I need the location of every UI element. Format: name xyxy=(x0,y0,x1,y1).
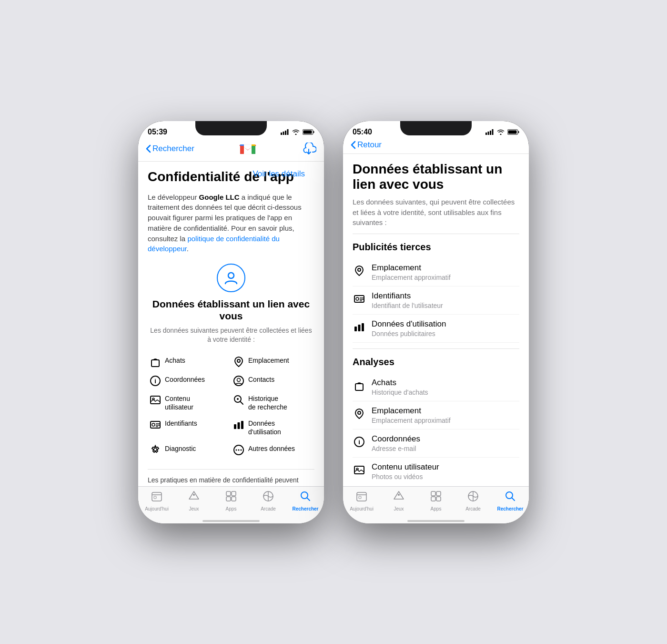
arcade-icon-1 xyxy=(263,491,274,505)
tab-apps-2[interactable]: Apps xyxy=(417,491,455,511)
voir-details-button[interactable]: Voir les détails xyxy=(253,169,305,179)
svg-rect-33 xyxy=(234,424,236,429)
svg-rect-43 xyxy=(154,496,156,499)
svg-rect-35 xyxy=(241,421,243,429)
chevron-left-icon xyxy=(146,144,151,153)
data-item-historique: Historiquede recherche xyxy=(231,390,314,415)
tab-jeux-2[interactable]: Jeux xyxy=(380,491,417,511)
svg-text:i: i xyxy=(154,378,156,385)
tab-label-search-1: Rechercher xyxy=(292,506,318,511)
back-button-2[interactable]: Retour xyxy=(351,140,382,150)
description-text-1: Le développeur Google LLC a indiqué que … xyxy=(148,192,314,255)
battery-icon xyxy=(303,129,314,135)
svg-point-23 xyxy=(237,378,241,381)
status-icons-2 xyxy=(485,129,519,135)
bag-icon-2 xyxy=(353,379,366,392)
wifi-icon-2 xyxy=(497,129,505,135)
gear-icon xyxy=(150,444,161,456)
svg-rect-5 xyxy=(313,131,314,133)
svg-point-39 xyxy=(238,449,240,450)
svg-rect-52 xyxy=(485,133,487,135)
id-icon-1 xyxy=(150,419,161,430)
chart-icon-1 xyxy=(233,419,244,430)
tab-apps-1[interactable]: Apps xyxy=(212,491,250,511)
privacy-link[interactable]: politique de confidentialité du développ… xyxy=(148,235,280,253)
cloud-download-icon xyxy=(301,143,316,155)
row-emplacement-pub: Emplacement Emplacement approximatif xyxy=(353,258,519,286)
coordonnees-analyse-content: Coordonnées Adresse e-mail xyxy=(372,434,420,452)
svg-point-69 xyxy=(358,411,361,414)
svg-point-77 xyxy=(398,494,400,496)
svg-rect-41 xyxy=(152,492,162,501)
status-icons-1 xyxy=(281,129,314,135)
screen-2: 05:40 xyxy=(343,121,529,523)
row-achats-analyse: Achats Historique d'achats xyxy=(353,373,519,401)
games-icon-2 xyxy=(393,491,404,505)
row-coordonnees-analyse: i Coordonnées Adresse e-mail xyxy=(353,429,519,458)
tab-aujourd-hui-1[interactable]: Aujourd'hui xyxy=(138,491,175,511)
emplacement-analyse-content: Emplacement Emplacement approximatif xyxy=(372,406,451,424)
svg-rect-58 xyxy=(508,130,517,133)
tab-label-games-2: Jeux xyxy=(394,506,404,511)
nav-right-1[interactable] xyxy=(301,143,316,155)
svg-rect-3 xyxy=(287,129,289,135)
tab-rechercher-1[interactable]: Rechercher xyxy=(287,491,324,511)
svg-rect-80 xyxy=(431,497,435,501)
svg-rect-34 xyxy=(238,422,240,429)
back-label-1: Rechercher xyxy=(152,144,194,153)
tab-label-today-1: Aujourd'hui xyxy=(145,506,169,511)
tab-jeux-1[interactable]: Jeux xyxy=(175,491,212,511)
tab-bar-1: Aujourd'hui Jeux Apps Arcade xyxy=(138,486,324,521)
notch-1 xyxy=(195,121,267,135)
photo-icon xyxy=(150,394,161,406)
svg-rect-74 xyxy=(357,492,366,501)
privacy-icon-section: Données établissant un lien avec vous Le… xyxy=(148,264,314,345)
svg-rect-68 xyxy=(355,384,363,390)
svg-rect-79 xyxy=(436,491,441,496)
location-icon-2 xyxy=(353,264,366,277)
tab-arcade-1[interactable]: Arcade xyxy=(250,491,287,511)
data-item-emplacement: Emplacement xyxy=(231,352,314,371)
data-item-identifiants: Identifiants xyxy=(148,415,231,440)
svg-rect-55 xyxy=(492,129,494,135)
section-heading-analyses: Analyses xyxy=(353,357,519,368)
page2-desc: Les données suivantes, qui peuvent être … xyxy=(353,197,519,228)
data-item-achats: Achats xyxy=(148,352,231,371)
tab-aujourd-hui-2[interactable]: Aujourd'hui xyxy=(343,491,380,511)
svg-rect-57 xyxy=(518,131,519,133)
back-button-1[interactable]: Rechercher xyxy=(146,144,194,153)
footer-note-1: Les pratiques en matière de confidential… xyxy=(148,469,314,486)
content-1[interactable]: Confidentialité de l'app Voir les détail… xyxy=(138,162,324,486)
data-item-coordonnees: i Coordonnées xyxy=(148,371,231,390)
emplacement-pub-content: Emplacement Emplacement approximatif xyxy=(372,263,451,281)
more-icon xyxy=(233,444,244,456)
svg-rect-53 xyxy=(488,132,489,135)
time-2: 05:40 xyxy=(353,128,372,136)
svg-rect-46 xyxy=(232,491,236,496)
photo-icon-2 xyxy=(353,463,366,477)
svg-point-27 xyxy=(237,398,239,400)
data-item-autres: Autres données xyxy=(231,440,314,460)
games-icon-1 xyxy=(188,491,200,505)
tab-label-games-1: Jeux xyxy=(189,506,199,511)
back-label-2: Retour xyxy=(357,140,382,150)
arcade-icon-2 xyxy=(467,491,479,505)
divider-2 xyxy=(353,348,519,349)
svg-point-19 xyxy=(237,359,240,362)
row-emplacement-analyse: Emplacement Emplacement approximatif xyxy=(353,401,519,429)
content-2[interactable]: Données établissant un lien avec vous Le… xyxy=(343,154,529,486)
svg-rect-66 xyxy=(358,325,361,331)
time-1: 05:39 xyxy=(148,128,167,136)
achats-analyse-content: Achats Historique d'achats xyxy=(372,378,428,396)
svg-rect-6 xyxy=(303,130,312,133)
title-row: Confidentialité de l'app Voir les détail… xyxy=(148,169,314,186)
svg-point-61 xyxy=(356,297,359,300)
tab-rechercher-2[interactable]: Rechercher xyxy=(492,491,529,511)
identifiants-pub-content: Identifiants Identifiant de l'utilisateu… xyxy=(372,291,443,309)
today-icon-2 xyxy=(356,491,367,505)
info-icon-2: i xyxy=(353,435,366,449)
bag-icon xyxy=(150,356,161,368)
data-item-donnees-util: Donnéesd'utilisation xyxy=(231,415,314,440)
home-indicator-2 xyxy=(343,521,529,523)
tab-arcade-2[interactable]: Arcade xyxy=(455,491,492,511)
